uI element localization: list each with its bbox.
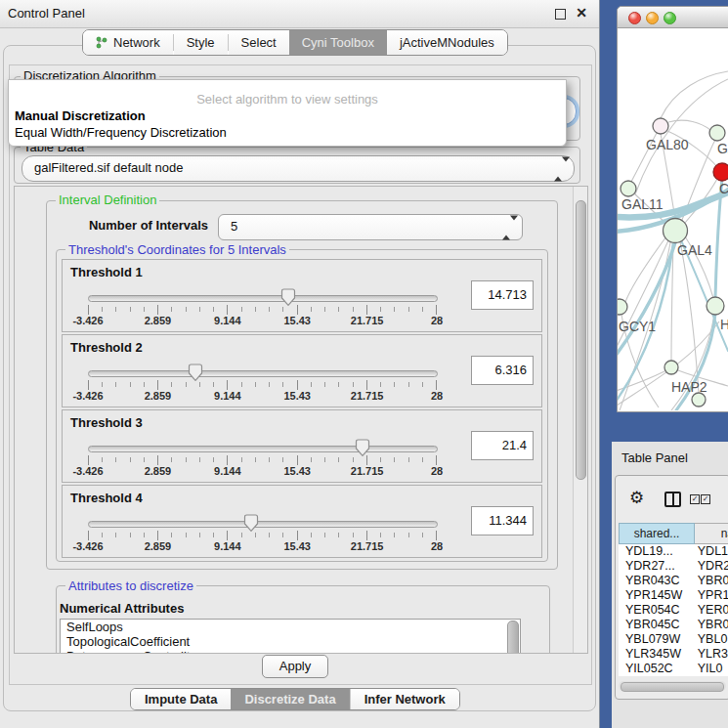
slider-ticks <box>88 531 437 540</box>
label-hap2: HAP2 <box>671 379 707 395</box>
number-of-intervals-row: Number of Intervals 5 <box>46 214 556 238</box>
column-layout-icon[interactable] <box>664 492 681 507</box>
slider-track[interactable] <box>88 295 436 302</box>
number-of-intervals-spinner[interactable]: 5 <box>218 214 523 240</box>
top-tab-bar: Network Style Select Cyni Toolbox jActiv… <box>82 29 508 56</box>
close-icon[interactable]: ✕ <box>576 5 587 21</box>
tab-jactivemnodules[interactable]: jActiveMNodules <box>387 30 507 55</box>
tab-discretize-data[interactable]: Discretize Data <box>231 689 349 709</box>
list-item[interactable]: BetweennessCentrality <box>61 649 520 654</box>
numerical-attributes-list[interactable]: SelfLoops TopologicalCoefficient Between… <box>60 619 521 654</box>
tab-select[interactable]: Select <box>229 30 289 55</box>
scrollbar-thumb[interactable] <box>621 682 724 692</box>
list-scrollbar[interactable] <box>507 621 519 654</box>
node-right <box>707 297 724 315</box>
spinner-arrows-icon[interactable] <box>554 161 562 176</box>
threshold-panel-1: Threshold 1 -3.4262.8599.14415.4321.7152… <box>62 259 542 332</box>
slider-scale: -3.4262.8599.14415.4321.71528 <box>88 315 437 327</box>
settings-scroll-pane: Interval Definition Number of Intervals … <box>14 186 588 654</box>
minimize-traffic-light-icon[interactable] <box>646 12 659 24</box>
label-partial-c: C <box>719 181 728 196</box>
close-traffic-light-icon[interactable] <box>628 12 641 24</box>
slider-ticks <box>88 380 437 390</box>
table-panel-box: ⚙ ✓ ✓ shared... na YDL19...YDL1 YDR27...… <box>615 475 728 700</box>
network-canvas[interactable]: GAL80 GA C GAL11 GAL4 GCY1 H HAP2 <box>618 28 728 410</box>
network-view-window: GAL80 GA C GAL11 GAL4 GCY1 H HAP2 <box>617 6 728 412</box>
tab-infer-network[interactable]: Infer Network <box>350 689 459 709</box>
slider-scale: -3.4262.8599.14415.4321.71528 <box>88 465 437 478</box>
bottom-tab-bar: Impute Data Discretize Data Infer Networ… <box>130 688 460 710</box>
label-gal4: GAL4 <box>677 242 712 258</box>
table-row[interactable]: YER054CYER0 <box>619 603 728 618</box>
slider-track[interactable] <box>88 370 436 377</box>
table-panel-title: Table Panel <box>621 450 688 465</box>
tab-style[interactable]: Style <box>174 30 228 55</box>
label-partial-h: H <box>720 317 728 332</box>
tab-cyni-toolbox[interactable]: Cyni Toolbox <box>289 30 387 55</box>
node-gal80 <box>653 118 668 134</box>
table-row[interactable]: YDR27...YDR2 <box>619 559 728 574</box>
node-top-right <box>709 125 725 141</box>
node-gal4 <box>664 219 688 243</box>
gear-icon[interactable]: ⚙ <box>629 488 644 507</box>
label-gal11: GAL11 <box>621 196 664 212</box>
threshold-value-field[interactable]: 11.344 <box>471 506 534 535</box>
number-of-intervals-label: Number of Intervals <box>46 218 208 233</box>
network-icon <box>96 36 107 49</box>
number-of-intervals-value: 5 <box>231 219 237 234</box>
node-gcy1 <box>618 299 627 315</box>
popup-item-equal-width-frequency[interactable]: Equal Width/Frequency Discretization <box>15 125 227 140</box>
table-data-combobox[interactable]: galFiltered.sif default node <box>21 155 575 182</box>
threshold-value-field[interactable]: 14.713 <box>471 280 534 310</box>
popup-placeholder-item[interactable]: Select algorithm to view settings <box>9 92 566 107</box>
label-gcy1: GCY1 <box>619 319 656 334</box>
table-header-row: shared... na <box>619 523 728 544</box>
table-body: YDL19...YDL1 YDR27...YDR2 YBR043CYBR0 YP… <box>619 544 728 676</box>
threshold-value-field[interactable]: 21.4 <box>471 431 534 460</box>
table-row[interactable]: YBR045CYBR0 <box>619 618 728 632</box>
table-row[interactable]: YPR145WYPR1 <box>619 588 728 603</box>
horizontal-scrollbar[interactable] <box>619 681 726 691</box>
right-workspace: GAL80 GA C GAL11 GAL4 GCY1 H HAP2 Table … <box>599 0 728 728</box>
vertical-scrollbar[interactable] <box>573 187 587 653</box>
table-row[interactable]: YBL079WYBL0 <box>619 632 728 647</box>
column-header-shared[interactable]: shared... <box>619 523 695 544</box>
zoom-traffic-light-icon[interactable] <box>664 12 676 24</box>
spinner-arrows-icon[interactable] <box>502 220 510 235</box>
threshold-panel-3: Threshold 3 -3.4262.8599.14415.4321.7152… <box>62 409 542 483</box>
table-row[interactable]: YLR345WYLR3 <box>619 647 728 662</box>
list-item[interactable]: TopologicalCoefficient <box>61 634 520 649</box>
label-partial-g: GA <box>717 141 728 156</box>
popup-item-manual-discretization[interactable]: Manual Discretization <box>15 108 146 123</box>
checkbox-icon[interactable]: ✓ <box>690 494 700 504</box>
slider-track[interactable] <box>88 521 436 528</box>
threshold-value-field[interactable]: 6.316 <box>471 356 534 385</box>
tab-impute-data[interactable]: Impute Data <box>131 689 231 709</box>
table-row[interactable]: YDL19...YDL1 <box>619 544 728 559</box>
thresholds-group-title: Threshold's Coordinates for 5 Intervals <box>65 242 289 257</box>
table-row[interactable]: YIL052CYIL0 <box>619 662 728 676</box>
table-toolbar: ⚙ ✓ ✓ <box>616 476 728 521</box>
node-gal11 <box>621 181 636 196</box>
threshold-label: Threshold 3 <box>70 415 143 430</box>
list-item[interactable]: SelfLoops <box>61 620 520 634</box>
threshold-label: Threshold 1 <box>70 265 143 279</box>
network-window-titlebar <box>618 7 728 28</box>
threshold-label: Threshold 4 <box>70 491 143 505</box>
thick-teal-edges <box>618 178 728 410</box>
slider-track[interactable] <box>88 446 436 452</box>
control-panel-titlebar: Control Panel ✕ <box>0 0 599 28</box>
table-row[interactable]: YBR043CYBR0 <box>619 574 728 588</box>
float-window-icon[interactable] <box>555 9 566 20</box>
tab-network[interactable]: Network <box>83 30 173 55</box>
slider-scale: -3.4262.8599.14415.4321.71528 <box>88 390 437 403</box>
column-header-name[interactable]: na <box>695 523 728 544</box>
table-panel: Table Panel ⚙ ✓ ✓ shared... na YDL19...Y… <box>612 442 728 728</box>
node-hap2 <box>664 361 678 374</box>
numerical-attributes-label: Numerical Attributes <box>60 601 184 616</box>
checkbox-icon[interactable]: ✓ <box>701 494 710 504</box>
slider-ticks <box>88 455 437 465</box>
apply-button[interactable]: Apply <box>262 655 328 678</box>
scrollbar-thumb[interactable] <box>576 200 586 480</box>
threshold-label: Threshold 2 <box>70 340 143 355</box>
